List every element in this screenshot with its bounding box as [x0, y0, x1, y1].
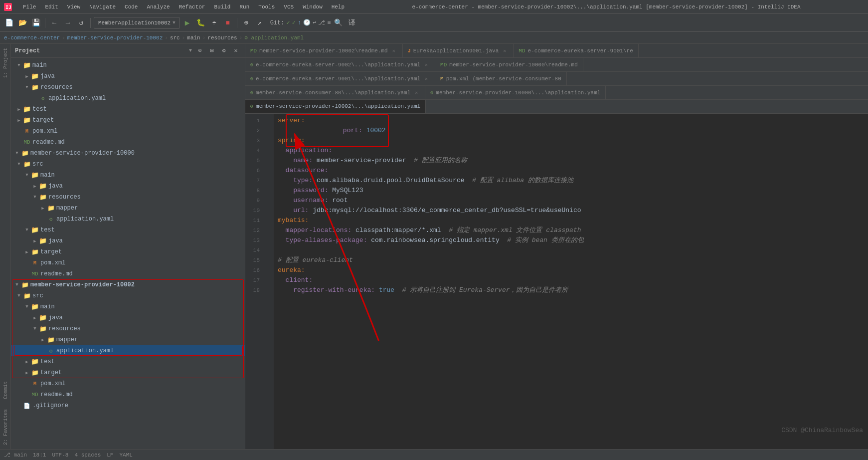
menu-file[interactable]: File — [19, 3, 40, 11]
tab-close-consumer-80[interactable]: ✕ — [413, 89, 420, 96]
git-branch-icon[interactable]: ⎇ — [318, 19, 325, 26]
menu-view[interactable]: View — [63, 3, 84, 11]
tab-eureka-java[interactable]: J EurekaApplication9001.java ✕ — [403, 44, 514, 58]
tree-item-mapper-10000[interactable]: ▶ 📁 mapper — [11, 203, 245, 214]
tree-item-gitignore[interactable]: 📄 .gitignore — [11, 400, 245, 411]
tree-item-main-10002[interactable]: ▼ 📁 main — [11, 301, 245, 312]
tree-item-module-10002[interactable]: ▼ 📁 member-service-provider-10002 — [11, 279, 245, 290]
menu-tools[interactable]: Tools — [254, 3, 279, 11]
menu-help[interactable]: Help — [328, 3, 348, 11]
git-history-icon[interactable]: 🕐 — [303, 19, 311, 26]
git-undo-icon[interactable]: ↩ — [313, 19, 316, 26]
tree-item-resources-10002[interactable]: ▼ 📁 resources — [11, 323, 245, 334]
toolbar-refresh[interactable]: ↺ — [75, 17, 87, 29]
tab-eureka-9002-yaml[interactable]: ⚙ e-commerce-eureka-server-9002\...\appl… — [245, 58, 435, 72]
breadcrumb-module[interactable]: member-service-provider-10002 — [67, 35, 163, 41]
tree-item-test-10000[interactable]: ▼ 📁 test — [11, 225, 245, 235]
tree-item-module-10000[interactable]: ▼ 📁 member-service-provider-10000 — [11, 148, 245, 159]
tree-item-java-10000[interactable]: ▶ 📁 java — [11, 181, 245, 192]
left-tab-project[interactable]: 1: Project — [0, 44, 11, 82]
debug-button[interactable]: 🐛 — [195, 17, 207, 29]
tab-pom-consumer-80[interactable]: M pom.xml (member-service-consumer-80 — [435, 72, 567, 86]
toolbar-btn-extra2[interactable]: ↗ — [254, 17, 266, 29]
toolbar-translate[interactable]: 译 — [346, 17, 358, 29]
menu-edit[interactable]: Edit — [41, 3, 62, 11]
code-token-password-val: MySQL123 — [328, 186, 363, 196]
menu-run[interactable]: Run — [235, 3, 253, 11]
git-check-icon[interactable]: ✓ — [286, 19, 290, 26]
tree-item-main-10000[interactable]: ▼ 📁 main — [11, 170, 245, 181]
code-indent-12 — [278, 226, 286, 235]
tree-item-appyaml-10000[interactable]: ⚙ application.yaml — [11, 214, 245, 225]
menu-build[interactable]: Build — [210, 3, 234, 11]
git-text: Git: — [270, 19, 285, 26]
tree-item-src-10000[interactable]: ▼ 📁 src — [11, 159, 245, 170]
run-button[interactable]: ▶ — [181, 17, 193, 29]
tree-item-javatest-10000[interactable]: ▶ 📁 java — [11, 235, 245, 246]
tree-item-target-10002[interactable]: ▶ 📁 target — [11, 367, 245, 378]
toolbar-new-file[interactable]: 📄 — [3, 17, 15, 29]
tree-item-resources[interactable]: ▼ 📁 resources — [11, 82, 245, 93]
tab-provider-10002-yaml[interactable]: ⚙ member-service-provider-10002\...\appl… — [245, 100, 426, 114]
tab-readme-10002[interactable]: MD member-service-provider-10002\readme.… — [245, 44, 403, 58]
menu-analyze[interactable]: Analyze — [143, 3, 174, 11]
tree-item-pom-10000[interactable]: M pom.xml — [11, 257, 245, 268]
breadcrumb-root[interactable]: e-commerce-center — [4, 35, 60, 41]
tree-item-target[interactable]: ▶ 📁 target — [11, 115, 245, 126]
tree-item-target-10000[interactable]: ▶ 📁 target — [11, 246, 245, 257]
tree-item-readme-1[interactable]: MD readme.md — [11, 137, 245, 148]
code-editor[interactable]: 1 2 3 4 5 6 7 8 9 10 11 12 13 14 15 16 1 — [245, 114, 868, 449]
code-content[interactable]: server: port: 10002 spring: — [274, 114, 868, 449]
tree-item-test[interactable]: ▶ 📁 test — [11, 104, 245, 115]
tree-item-resources-10000[interactable]: ▼ 📁 resources — [11, 192, 245, 203]
tab-provider-10000-readme[interactable]: MD member-service-provider-10000\readme.… — [435, 58, 583, 72]
sidebar-close-btn[interactable]: ✕ — [231, 46, 241, 56]
tree-item-src-10002[interactable]: ▼ 📁 src — [11, 290, 245, 301]
tree-item-mapper-10002[interactable]: ▶ 📁 mapper — [11, 334, 245, 345]
toolbar-btn-extra1[interactable]: ⊕ — [240, 17, 252, 29]
tab-close-readme[interactable]: ✕ — [390, 47, 397, 54]
git-push-icon[interactable]: ✓ — [292, 19, 296, 26]
ln-2: 2 — [245, 126, 264, 136]
tab-eureka-9001-re[interactable]: MD e-commerce-eureka-server-9001\re — [514, 44, 638, 58]
toolbar-forward[interactable]: → — [62, 17, 74, 29]
tree-item-readme-10000[interactable]: MD readme.md — [11, 268, 245, 279]
left-tab-favorites[interactable]: 2: Favorites — [0, 405, 11, 449]
menu-code[interactable]: Code — [121, 3, 142, 11]
sidebar-dropdown-icon[interactable]: ▼ — [189, 48, 192, 53]
menu-refactor[interactable]: Refactor — [175, 3, 209, 11]
toolbar-back[interactable]: ← — [48, 17, 60, 29]
toolbar-save[interactable]: 💾 — [30, 17, 42, 29]
menu-window[interactable]: Window — [299, 3, 327, 11]
menu-vcs[interactable]: VCS — [280, 3, 298, 11]
coverage-button[interactable]: ☂ — [208, 17, 220, 29]
menu-navigate[interactable]: Navigate — [85, 3, 120, 11]
toolbar-search[interactable]: 🔍 — [333, 17, 345, 29]
tree-item-appyaml-10002[interactable]: ⚙ application.yaml — [11, 345, 245, 356]
sidebar-collapse-btn[interactable]: ⊟ — [207, 46, 217, 56]
tree-item-java[interactable]: ▶ 📁 java — [11, 71, 245, 82]
stop-button[interactable]: ■ — [222, 17, 234, 29]
tab-eureka-9001-yaml[interactable]: ⚙ e-commerce-eureka-server-9001\...\appl… — [245, 72, 435, 86]
tree-item-main[interactable]: ▼ 📁 main — [11, 60, 245, 71]
tree-item-java-10002[interactable]: ▶ 📁 java — [11, 312, 245, 323]
tree-item-readme-10002[interactable]: MD readme.md — [11, 389, 245, 400]
code-line-10: url: jdbc:mysql://localhost:3306/e_comme… — [274, 206, 868, 216]
git-log-icon[interactable]: ≡ — [327, 19, 331, 26]
menu-bar[interactable]: File Edit View Navigate Code Analyze Ref… — [19, 3, 348, 11]
tab-consumer-80-yaml[interactable]: ⚙ member-service-consumer-80\...\applica… — [245, 86, 425, 100]
sidebar-settings-btn[interactable]: ⚙ — [219, 46, 229, 56]
left-tab-commit[interactable]: Commit — [0, 377, 11, 403]
tab-provider-10000-yaml[interactable]: ⚙ member-service-provider-10000\...\appl… — [425, 86, 606, 100]
tab-close-9002[interactable]: ✕ — [423, 61, 430, 68]
tab-close-eureka[interactable]: ✕ — [501, 47, 508, 54]
tree-item-test-10002[interactable]: ▶ 📁 test — [11, 356, 245, 367]
git-update-icon[interactable]: ↑ — [298, 19, 301, 26]
sidebar-locate-btn[interactable]: ⊙ — [195, 46, 205, 56]
run-config-dropdown[interactable]: MemberApplication10002 ▼ — [94, 17, 180, 29]
tree-item-pom-1[interactable]: M pom.xml — [11, 126, 245, 137]
toolbar-open[interactable]: 📂 — [16, 17, 28, 29]
tree-item-pom-10002[interactable]: M pom.xml — [11, 378, 245, 389]
tree-item-appyaml-1[interactable]: ⚙ application.yaml — [11, 93, 245, 104]
tab-close-9001[interactable]: ✕ — [423, 75, 430, 82]
